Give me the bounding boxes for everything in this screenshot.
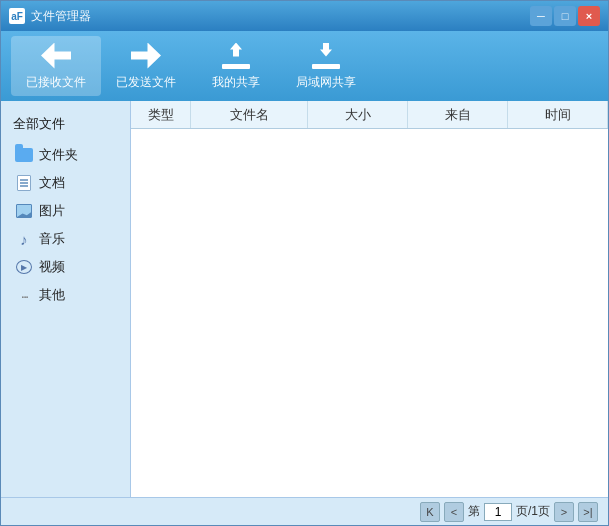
right-panel: 类型 文件名 大小 来自 时间 [131, 101, 608, 497]
image-icon [15, 203, 33, 219]
col-header-from: 来自 [408, 101, 508, 128]
toolbar-item-lanshare[interactable]: 局域网共享 [281, 36, 371, 96]
video-icon: ▶ [15, 259, 33, 275]
footer: K < 第 页/1页 > >| [1, 497, 608, 525]
music-icon: ♪ [15, 231, 33, 247]
arrow-right-icon [130, 42, 162, 70]
sidebar-label-image: 图片 [39, 202, 65, 220]
sidebar-header: 全部文件 [1, 109, 130, 141]
toolbar-item-received[interactable]: 已接收文件 [11, 36, 101, 96]
toolbar-item-sent[interactable]: 已发送文件 [101, 36, 191, 96]
first-page-button[interactable]: K [420, 502, 440, 522]
table-header: 类型 文件名 大小 来自 时间 [131, 101, 608, 129]
footer-page-label: 第 [468, 503, 480, 520]
sidebar-item-other[interactable]: ··· 其他 [1, 281, 130, 309]
sidebar-label-video: 视频 [39, 258, 65, 276]
footer-page-total: 页/1页 [516, 503, 550, 520]
main-window: aF 文件管理器 ─ □ × 已接收文件 已发送文件 我的共享 [0, 0, 609, 526]
title-bar-left: aF 文件管理器 [9, 8, 91, 25]
doc-icon [15, 175, 33, 191]
table-body [131, 129, 608, 497]
sidebar-item-doc[interactable]: 文档 [1, 169, 130, 197]
sidebar-item-music[interactable]: ♪ 音乐 [1, 225, 130, 253]
page-number-input[interactable] [484, 503, 512, 521]
window-controls: ─ □ × [530, 6, 600, 26]
sidebar-item-video[interactable]: ▶ 视频 [1, 253, 130, 281]
toolbar-label-myshare: 我的共享 [212, 74, 260, 91]
close-button[interactable]: × [578, 6, 600, 26]
toolbar-label-sent: 已发送文件 [116, 74, 176, 91]
sidebar-label-doc: 文档 [39, 174, 65, 192]
sidebar-item-image[interactable]: 图片 [1, 197, 130, 225]
sidebar-label-music: 音乐 [39, 230, 65, 248]
col-header-size: 大小 [308, 101, 408, 128]
main-content: 全部文件 文件夹 文档 图片 ♪ [1, 101, 608, 497]
arrow-left-icon [40, 42, 72, 70]
sidebar: 全部文件 文件夹 文档 图片 ♪ [1, 101, 131, 497]
app-icon: aF [9, 8, 25, 24]
window-title: 文件管理器 [31, 8, 91, 25]
title-bar: aF 文件管理器 ─ □ × [1, 1, 608, 31]
toolbar-item-myshare[interactable]: 我的共享 [191, 36, 281, 96]
toolbar-label-received: 已接收文件 [26, 74, 86, 91]
toolbar: 已接收文件 已发送文件 我的共享 局域网共享 [1, 31, 608, 101]
prev-page-button[interactable]: < [444, 502, 464, 522]
folder-icon [15, 147, 33, 163]
next-page-button[interactable]: > [554, 502, 574, 522]
sidebar-label-folder: 文件夹 [39, 146, 78, 164]
minimize-button[interactable]: ─ [530, 6, 552, 26]
sidebar-item-folder[interactable]: 文件夹 [1, 141, 130, 169]
maximize-button[interactable]: □ [554, 6, 576, 26]
toolbar-label-lanshare: 局域网共享 [296, 74, 356, 91]
sidebar-label-other: 其他 [39, 286, 65, 304]
last-page-button[interactable]: >| [578, 502, 598, 522]
col-header-name: 文件名 [191, 101, 308, 128]
download-icon [310, 42, 342, 70]
upload-icon [220, 42, 252, 70]
other-icon: ··· [15, 287, 33, 303]
col-header-time: 时间 [508, 101, 608, 128]
col-header-type: 类型 [131, 101, 191, 128]
